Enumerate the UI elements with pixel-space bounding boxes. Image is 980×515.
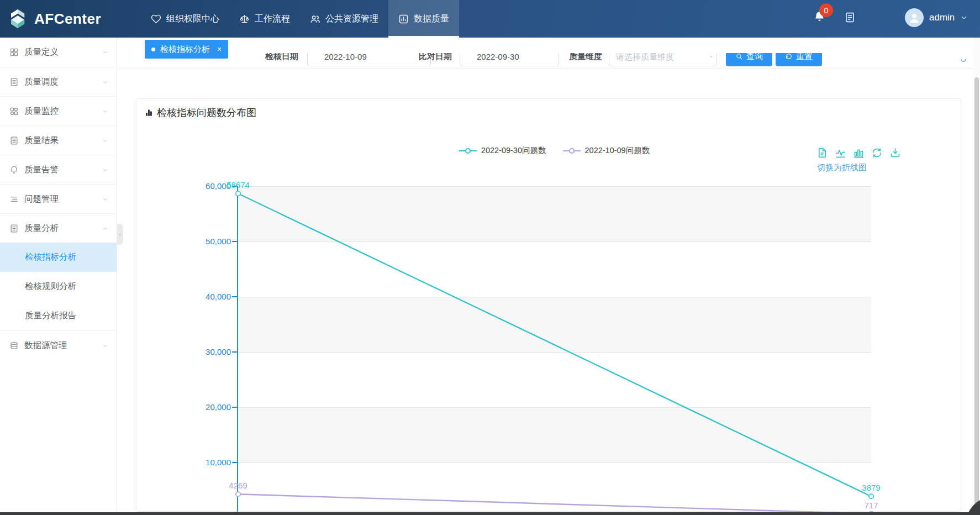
grid-icon	[9, 48, 19, 57]
user-menu[interactable]: admin	[905, 8, 968, 27]
legend-label: 2022-10-09问题数	[585, 145, 650, 156]
brand: AFCenter	[0, 8, 101, 29]
file-icon	[9, 136, 19, 145]
notification-badge: 0	[819, 3, 833, 17]
chevron-down-icon	[102, 137, 109, 144]
legend-marker	[459, 148, 477, 154]
legend-marker	[563, 148, 581, 154]
nav-item[interactable]: 工作流程	[229, 0, 300, 38]
app-window: AFCenter 组织权限中心 工作流程 公共资源管理	[0, 0, 980, 515]
sidebar-item[interactable]: 数据源管理	[0, 330, 117, 360]
scrollbar-thumb[interactable]	[974, 77, 979, 512]
sidebar-item[interactable]: 质量结果	[0, 125, 117, 155]
workflow-icon	[239, 14, 250, 24]
tab-active-dot	[151, 48, 155, 51]
sidebar-item[interactable]: 检核指标分析	[0, 243, 117, 272]
chart-title-text: 检核指标问题数分布图	[157, 106, 256, 119]
nav-item[interactable]: 数据质量	[388, 0, 459, 38]
sidebar-item[interactable]: 检核规则分析	[0, 272, 117, 301]
chart-toolbar	[816, 147, 901, 159]
chart-card-title: 检核指标问题数分布图	[145, 106, 256, 119]
afcenter-logo-icon	[8, 8, 29, 29]
chart-legend: 2022-09-30问题数2022-10-09问题数	[238, 145, 871, 156]
chevron-down-icon	[960, 14, 968, 22]
file-icon	[9, 77, 19, 87]
chevron-down-icon	[102, 78, 109, 86]
chevron-up-icon	[102, 225, 109, 232]
filter-collapse-icon[interactable]	[959, 56, 968, 64]
sidebar: 质量定义 质量调度 质量监控 质量结果	[0, 38, 117, 515]
sidebar-item[interactable]: 问题管理	[0, 184, 117, 213]
notifications-button[interactable]: 0	[813, 10, 826, 23]
search-icon	[735, 52, 743, 60]
report-icon[interactable]	[816, 147, 828, 159]
sidebar-item[interactable]: 质量告警	[0, 155, 117, 184]
tabbar-background	[117, 38, 980, 53]
caret-down-icon	[708, 54, 714, 59]
nav-item[interactable]: 组织权限中心	[141, 0, 229, 38]
chevron-left-icon	[118, 232, 123, 238]
resources-icon	[310, 14, 320, 24]
sidebar-item[interactable]: 质量分析报告	[0, 301, 117, 330]
chevron-down-icon	[102, 342, 109, 349]
brand-name: AFCenter	[34, 10, 101, 28]
sidebar-item[interactable]: 质量监控	[0, 96, 117, 125]
legend-item[interactable]: 2022-09-30问题数	[459, 145, 546, 156]
sidebar-item[interactable]: 质量定义	[0, 38, 117, 67]
data-quality-icon	[398, 14, 409, 24]
legend-item[interactable]: 2022-10-09问题数	[563, 145, 650, 156]
vertical-scrollbar[interactable]	[973, 38, 980, 515]
memo-icon[interactable]	[844, 12, 856, 23]
tab-close-icon[interactable]: ×	[217, 45, 222, 54]
nav-item[interactable]: 公共资源管理	[300, 0, 388, 38]
heart-icon	[151, 14, 161, 24]
legend-label: 2022-09-30问题数	[481, 145, 546, 156]
tab-active[interactable]: 检核指标分析 ×	[145, 40, 228, 59]
sidebar-collapse-handle[interactable]	[117, 224, 123, 245]
line-chart-icon[interactable]	[835, 147, 846, 159]
reset-icon	[785, 52, 793, 60]
primary-nav: 组织权限中心 工作流程 公共资源管理 数据质量	[141, 0, 459, 38]
chevron-down-icon	[102, 108, 109, 115]
bottom-edge-bar	[0, 512, 980, 515]
chevron-down-icon	[102, 196, 109, 203]
username: admin	[929, 12, 955, 23]
chart-card	[136, 98, 961, 512]
tab-label: 检核指标分析	[160, 44, 210, 55]
sidebar-item[interactable]: 质量分析	[0, 213, 117, 243]
file-icon	[9, 224, 19, 233]
chevron-down-icon	[102, 49, 109, 56]
filter-divider	[117, 69, 973, 69]
download-icon[interactable]	[889, 147, 901, 159]
top-navbar: AFCenter 组织权限中心 工作流程 公共资源管理	[0, 0, 980, 38]
switch-chart-type-label[interactable]: 切换为折线图	[817, 162, 867, 173]
refresh-icon[interactable]	[871, 147, 883, 159]
bar-chart-icon[interactable]	[853, 147, 865, 159]
list-icon	[9, 195, 19, 204]
database-icon	[9, 341, 19, 350]
avatar	[905, 8, 924, 27]
bell-icon	[9, 165, 19, 175]
monitor-icon	[9, 107, 19, 116]
chevron-down-icon	[102, 166, 109, 174]
bar-chart-title-icon	[145, 108, 153, 117]
sidebar-item[interactable]: 质量调度	[0, 67, 117, 96]
